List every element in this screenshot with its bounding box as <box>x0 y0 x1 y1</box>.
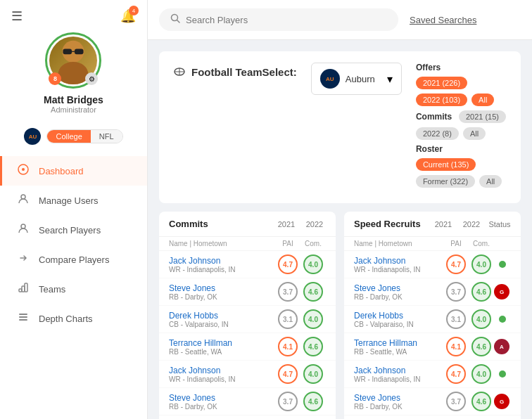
status-indicator <box>494 370 511 378</box>
sidebar-item-dashboard[interactable]: Dashboard <box>0 156 147 186</box>
sidebar-item-teams[interactable]: Teams <box>0 274 147 304</box>
content-area: Football TeamSelect: AU Auburn ▾ Offers … <box>148 40 532 419</box>
commits-badge-2021[interactable]: 2021 (15) <box>459 110 506 123</box>
speed-recruits-table-body: Jack Johnson WR - Indianapolis, IN 4.7 4… <box>344 251 521 419</box>
player-pos: RB - Darby, OK <box>354 403 443 411</box>
roster-badge-former[interactable]: Former (322) <box>416 175 475 188</box>
team-select-title: Football TeamSelect: <box>191 66 297 78</box>
commits-col-headers: Name | Hometown PAI Com. <box>159 237 336 251</box>
svg-rect-3 <box>75 49 84 54</box>
team-select-section: Football TeamSelect: AU Auburn ▾ Offers … <box>159 51 521 203</box>
team-dropdown[interactable]: AU Auburn ▾ <box>311 63 402 95</box>
player-pos: RB - Seattle, WA <box>354 348 443 356</box>
offers-label: Offers <box>416 63 455 72</box>
commits-year1: 2021 <box>275 220 298 228</box>
college-toggle-button[interactable]: College <box>47 130 90 143</box>
player-info: Jack Johnson WR - Indianapolis, IN <box>354 366 443 383</box>
speed-recruits-col-headers: Name | Hometown PAI Com. <box>344 237 521 251</box>
player-pos: RB - Seattle, WA <box>169 348 275 356</box>
svg-rect-13 <box>19 316 27 318</box>
pai-score: 3.7 <box>278 392 298 411</box>
main-content: Saved Searches Football TeamSelect: AU A… <box>148 0 532 419</box>
svg-point-8 <box>21 224 25 228</box>
sidebar-top: ☰ 🔔 4 <box>0 8 147 24</box>
status-indicator: G <box>494 284 511 299</box>
speed-recruits-col-name: Name | Hometown <box>354 240 443 247</box>
commits-year2: 2022 <box>303 220 326 228</box>
player-name[interactable]: Terrance Hillman <box>354 338 443 348</box>
sidebar-item-manage-users[interactable]: Manage Users <box>0 186 147 215</box>
sidebar-item-compare-players[interactable]: Compare Players <box>0 245 147 274</box>
player-info: Steve Jones RB - Darby, OK <box>354 393 443 411</box>
table-row: Terrance Hillman RB - Seattle, WA 4.1 4.… <box>159 333 336 361</box>
offers-badge-all[interactable]: All <box>471 94 494 106</box>
player-name[interactable]: Terrance Hillman <box>169 338 275 348</box>
sidebar-item-label-search-players: Search Players <box>39 225 101 236</box>
player-name[interactable]: Steve Jones <box>169 283 275 293</box>
player-pos: RB - Darby, OK <box>169 403 275 411</box>
tables-row: Commits 2021 2022 Name | Hometown PAI Co… <box>159 212 521 419</box>
avatar-number-badge: 8 <box>49 72 61 85</box>
player-pos: WR - Indianapolis, IN <box>169 266 275 273</box>
roster-badge-all[interactable]: All <box>479 175 502 188</box>
search-box <box>159 8 398 31</box>
commits-badge-all[interactable]: All <box>463 127 486 140</box>
team-select-controls: AU Auburn ▾ <box>311 63 402 103</box>
roster-filter-row: Roster Current (135) Former (322) All <box>416 144 507 188</box>
status-indicator <box>494 316 511 323</box>
player-pos: WR - Indianapolis, IN <box>354 375 443 383</box>
hamburger-icon[interactable]: ☰ <box>11 8 23 24</box>
player-name[interactable]: Jack Johnson <box>354 366 443 375</box>
table-row: Jack Johnson WR - Indianapolis, IN 4.7 4… <box>159 361 336 388</box>
player-name[interactable]: Jack Johnson <box>169 256 275 266</box>
status-indicator <box>494 261 511 268</box>
table-row: Terrance Hillman RB - Seattle, WA 4.1 4.… <box>344 333 521 361</box>
table-row: Jack Johnson WR - Indianapolis, IN 4.7 4… <box>159 251 336 278</box>
avatar-ring: 8 ⚙ <box>45 32 101 89</box>
player-pos: WR - Indianapolis, IN <box>169 375 275 383</box>
player-name[interactable]: Derek Hobbs <box>169 311 275 321</box>
player-name[interactable]: Jack Johnson <box>354 256 443 266</box>
offers-badge-2021[interactable]: 2021 (226) <box>416 77 467 89</box>
roster-label: Roster <box>416 144 455 154</box>
commits-badge-2022[interactable]: 2022 (8) <box>416 127 459 140</box>
speed-recruits-status-header: Status <box>488 220 511 228</box>
player-name[interactable]: Steve Jones <box>169 393 275 403</box>
com-score: 4.0 <box>471 254 491 274</box>
college-logo: AU <box>24 128 41 145</box>
search-input[interactable] <box>186 15 387 25</box>
svg-point-6 <box>22 168 25 171</box>
speed-recruits-table: Speed Recruits 2021 2022 Status Name | H… <box>344 212 521 419</box>
user-name: Matt Bridges <box>44 94 103 105</box>
player-name[interactable]: Jack Johnson <box>169 366 275 375</box>
sidebar-item-depth-charts[interactable]: Depth Charts <box>0 304 147 333</box>
player-name[interactable]: Derek Hobbs <box>354 311 443 321</box>
team-logo: G <box>494 394 509 409</box>
player-name[interactable]: Steve Jones <box>354 283 443 293</box>
auburn-logo: AU <box>320 69 340 89</box>
player-name[interactable]: Steve Jones <box>354 393 443 403</box>
user-role: Administrator <box>51 105 96 114</box>
sidebar-item-search-players[interactable]: Search Players <box>0 215 147 245</box>
player-info: Jack Johnson WR - Indianapolis, IN <box>169 256 275 273</box>
player-info: Derek Hobbs CB - Valparaiso, IN <box>354 311 443 328</box>
pai-score: 3.7 <box>446 282 466 302</box>
topbar: Saved Searches <box>148 0 532 40</box>
nfl-toggle-button[interactable]: NFL <box>91 130 122 143</box>
commits-filter-row: Commits 2021 (15) 2022 (8) All <box>416 110 507 140</box>
roster-badge-current[interactable]: Current (135) <box>416 158 476 171</box>
offers-badge-2022[interactable]: 2022 (103) <box>416 94 467 106</box>
player-info: Derek Hobbs CB - Valparaiso, IN <box>169 311 275 328</box>
saved-searches-link[interactable]: Saved Searches <box>410 15 476 25</box>
player-info: Jack Johnson WR - Indianapolis, IN <box>169 366 275 383</box>
svg-rect-11 <box>25 283 27 292</box>
com-score: 4.0 <box>303 309 323 329</box>
notification-icon[interactable]: 🔔 4 <box>120 8 136 24</box>
table-row: Steve Jones RB - Darby, OK 3.7 4.6 <box>159 388 336 415</box>
player-info: Terrance Hillman RB - Seattle, WA <box>354 338 443 356</box>
commits-table-body: Jack Johnson WR - Indianapolis, IN 4.7 4… <box>159 251 336 419</box>
filters-section: Offers 2021 (226) 2022 (103) All Commits… <box>416 63 507 192</box>
commits-table-header: Commits 2021 2022 <box>159 212 336 237</box>
player-info: Jack Johnson WR - Indianapolis, IN <box>354 256 443 273</box>
gear-icon[interactable]: ⚙ <box>85 72 98 85</box>
